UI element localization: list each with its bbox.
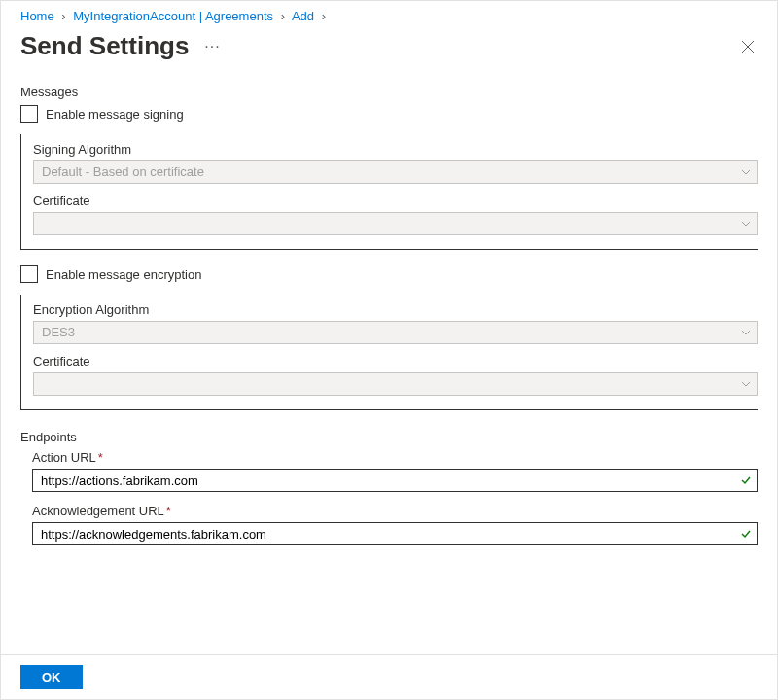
ack-url-input[interactable]	[32, 522, 758, 545]
signing-algorithm-label: Signing Algorithm	[33, 142, 758, 157]
breadcrumb-home[interactable]: Home	[20, 9, 54, 23]
breadcrumb: Home › MyIntegrationAccount | Agreements…	[1, 1, 777, 27]
check-icon	[740, 528, 752, 540]
enable-signing-checkbox[interactable]	[20, 105, 38, 122]
more-icon[interactable]: ···	[204, 38, 220, 55]
action-url-input[interactable]	[32, 469, 758, 492]
ok-button[interactable]: OK	[20, 665, 83, 689]
close-button[interactable]	[738, 37, 758, 56]
chevron-right-icon: ›	[61, 9, 65, 23]
action-url-label: Action URL	[32, 450, 96, 465]
breadcrumb-account[interactable]: MyIntegrationAccount | Agreements	[73, 9, 273, 23]
signing-certificate-label: Certificate	[33, 193, 758, 208]
encryption-algorithm-select[interactable]: DES3	[33, 321, 758, 344]
required-marker: *	[166, 504, 171, 518]
signing-algorithm-select[interactable]: Default - Based on certificate	[33, 160, 758, 184]
footer: OK	[1, 654, 777, 699]
chevron-down-icon	[741, 330, 751, 335]
chevron-down-icon	[741, 381, 751, 387]
chevron-down-icon	[741, 221, 751, 227]
encryption-certificate-select[interactable]	[33, 372, 758, 396]
encryption-algorithm-label: Encryption Algorithm	[33, 302, 758, 317]
messages-heading: Messages	[20, 85, 758, 99]
ack-url-label: Acknowledgement URL	[32, 504, 164, 518]
enable-encryption-checkbox[interactable]	[20, 265, 38, 283]
signing-certificate-select[interactable]	[33, 212, 758, 235]
encryption-certificate-label: Certificate	[33, 354, 758, 368]
signing-algorithm-value: Default - Based on certificate	[42, 164, 204, 179]
encryption-algorithm-value: DES3	[42, 325, 75, 339]
endpoints-heading: Endpoints	[20, 430, 758, 444]
required-marker: *	[98, 450, 103, 465]
encryption-subsection: Encryption Algorithm DES3 Certificate	[20, 295, 758, 410]
chevron-down-icon	[741, 169, 751, 175]
enable-encryption-label: Enable message encryption	[46, 267, 201, 282]
signing-subsection: Signing Algorithm Default - Based on cer…	[20, 134, 758, 250]
check-icon	[740, 474, 752, 486]
chevron-right-icon: ›	[322, 9, 326, 23]
chevron-right-icon: ›	[281, 9, 285, 23]
enable-signing-label: Enable message signing	[46, 107, 184, 122]
page-title: Send Settings	[20, 31, 189, 61]
breadcrumb-add[interactable]: Add	[292, 9, 314, 23]
close-icon	[741, 40, 755, 53]
